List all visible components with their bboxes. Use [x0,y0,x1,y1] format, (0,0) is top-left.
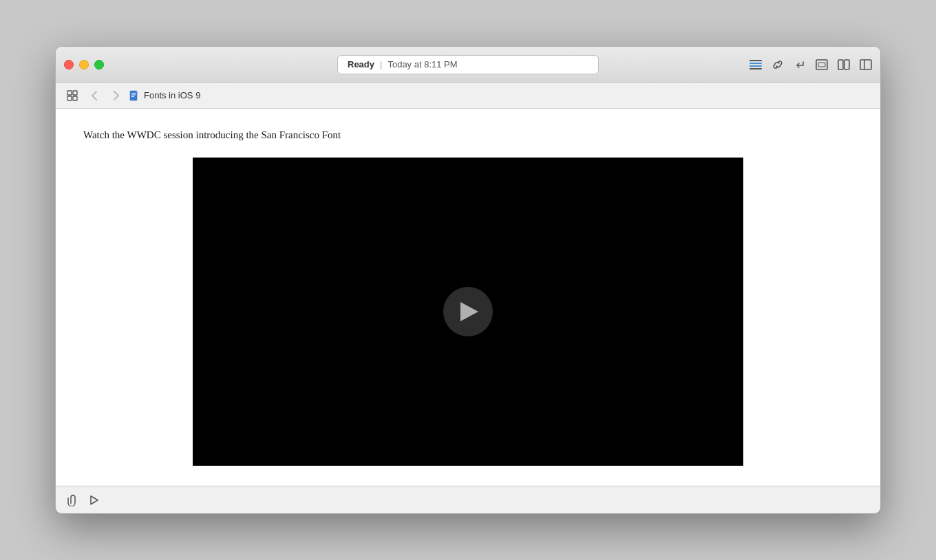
grid-icon[interactable] [63,86,82,105]
svg-rect-15 [131,93,136,94]
layout1-icon[interactable] [816,58,828,71]
svg-rect-6 [838,60,843,69]
svg-rect-4 [816,60,827,69]
svg-rect-0 [749,60,762,61]
status-time: Today at 8:11 PM [387,59,457,69]
format-icon[interactable] [749,58,762,71]
svg-rect-1 [749,63,762,64]
video-player[interactable] [193,158,743,466]
svg-rect-2 [749,65,762,67]
status-label: Ready [348,59,374,69]
layout2-icon[interactable] [838,58,850,71]
svg-rect-16 [131,94,136,95]
titlebar-right-icons [749,58,872,71]
return-icon[interactable] [794,58,806,71]
window-controls [64,60,104,69]
play-bottom-icon[interactable] [86,492,103,508]
svg-rect-12 [67,96,72,100]
forward-button[interactable] [107,86,126,105]
maximize-button[interactable] [94,60,104,69]
document-icon [129,90,140,101]
svg-rect-11 [73,91,77,95]
layout3-icon[interactable] [860,58,872,71]
svg-rect-13 [73,96,77,100]
svg-rect-7 [844,60,849,69]
breadcrumb: Fonts in iOS 9 [129,90,200,101]
svg-rect-5 [818,63,825,67]
minimize-button[interactable] [79,60,89,69]
svg-rect-17 [131,96,134,97]
titlebar: Ready | Today at 8:11 PM [56,47,880,83]
svg-rect-10 [67,91,72,95]
navigation-toolbar: Fonts in iOS 9 [56,83,880,109]
close-button[interactable] [64,60,74,69]
attachment-icon[interactable] [63,492,79,508]
main-window: Ready | Today at 8:11 PM [55,46,881,514]
breadcrumb-label: Fonts in iOS 9 [144,90,200,100]
main-content: Watch the WWDC session introducing the S… [56,109,880,486]
play-button-overlay[interactable] [443,287,493,336]
play-icon [460,302,478,321]
bottombar [56,486,880,513]
link-icon[interactable] [772,58,784,71]
status-divider: | [380,59,382,69]
back-button[interactable] [85,86,104,105]
svg-rect-8 [860,60,871,69]
svg-rect-3 [749,68,762,69]
page-description: Watch the WWDC session introducing the S… [83,129,853,141]
titlebar-status-bar: Ready | Today at 8:11 PM [337,55,599,74]
